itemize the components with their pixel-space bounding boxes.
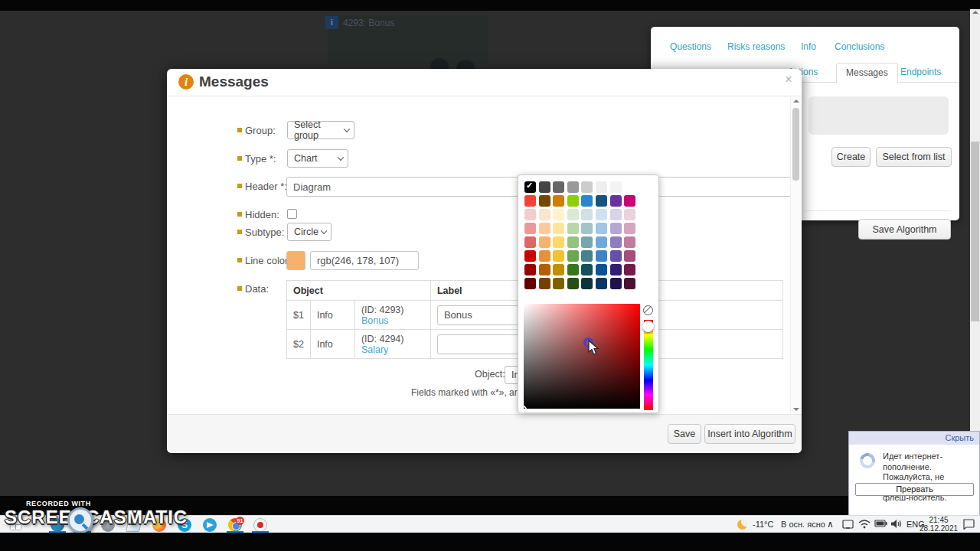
type-select[interactable]: Chart bbox=[287, 149, 348, 168]
palette-swatch[interactable] bbox=[581, 264, 593, 276]
palette-swatch[interactable] bbox=[539, 181, 550, 193]
palette-swatch[interactable] bbox=[624, 278, 635, 289]
palette-swatch[interactable] bbox=[581, 223, 593, 234]
palette-swatch[interactable] bbox=[524, 278, 536, 289]
palette-swatch[interactable] bbox=[624, 181, 635, 193]
tab-endpoints[interactable]: Endpoints bbox=[891, 63, 950, 83]
palette-swatch[interactable] bbox=[581, 181, 593, 193]
nav-link-info[interactable]: Info bbox=[801, 41, 816, 52]
palette-swatch[interactable] bbox=[610, 223, 622, 234]
palette-swatch[interactable] bbox=[624, 195, 635, 207]
palette-swatch[interactable] bbox=[539, 209, 550, 220]
palette-swatch[interactable] bbox=[581, 236, 593, 248]
insert-into-algorithm-button[interactable]: Insert into Algorithm bbox=[704, 424, 795, 444]
action-center-icon[interactable] bbox=[962, 519, 975, 530]
palette-swatch[interactable] bbox=[539, 195, 550, 207]
save-button[interactable]: Save bbox=[668, 424, 701, 444]
palette-swatch[interactable] bbox=[610, 181, 622, 193]
palette-swatch[interactable] bbox=[567, 181, 579, 193]
save-algorithm-button[interactable]: Save Algorithm bbox=[858, 219, 951, 240]
palette-swatch[interactable] bbox=[524, 250, 536, 262]
palette-swatch[interactable]: ✓ bbox=[524, 181, 536, 193]
palette-swatch[interactable] bbox=[581, 250, 593, 262]
edge-icon[interactable] bbox=[51, 518, 64, 532]
palette-swatch[interactable] bbox=[596, 181, 607, 193]
palette-swatch[interactable] bbox=[553, 264, 564, 276]
speaker-icon[interactable] bbox=[890, 519, 902, 529]
nav-link-conclusions[interactable]: Conclusions bbox=[835, 41, 884, 52]
firefox-icon[interactable] bbox=[152, 518, 166, 532]
palette-swatch[interactable] bbox=[553, 195, 564, 207]
palette-swatch[interactable] bbox=[524, 223, 536, 234]
group-select[interactable]: Select group bbox=[287, 121, 354, 139]
palette-swatch[interactable] bbox=[553, 278, 564, 289]
palette-swatch[interactable] bbox=[553, 250, 564, 262]
palette-swatch[interactable] bbox=[539, 264, 550, 276]
palette-swatch[interactable] bbox=[553, 223, 564, 234]
tab-messages[interactable]: Messages bbox=[836, 63, 898, 83]
tray-chevron-icon[interactable]: ∧ bbox=[827, 519, 834, 530]
palette-swatch[interactable] bbox=[524, 236, 536, 248]
object-link[interactable]: Salary bbox=[361, 344, 388, 355]
weather-description[interactable]: В осн. ясно bbox=[781, 520, 825, 529]
palette-swatch[interactable] bbox=[610, 195, 622, 207]
palette-swatch[interactable] bbox=[567, 236, 579, 248]
weather-temperature[interactable]: -11°C bbox=[753, 520, 773, 529]
wifi-icon[interactable] bbox=[858, 519, 871, 529]
no-color-icon[interactable] bbox=[643, 305, 653, 315]
create-button[interactable]: Create bbox=[831, 147, 871, 167]
start-button[interactable] bbox=[11, 520, 21, 530]
palette-swatch[interactable] bbox=[596, 236, 607, 248]
palette-swatch[interactable] bbox=[596, 278, 607, 289]
palette-swatch[interactable] bbox=[581, 209, 593, 220]
skype-icon[interactable]: S bbox=[178, 518, 191, 532]
palette-swatch[interactable] bbox=[539, 223, 550, 234]
palette-swatch[interactable] bbox=[567, 250, 579, 262]
palette-swatch[interactable] bbox=[624, 209, 635, 220]
palette-swatch[interactable] bbox=[524, 195, 536, 207]
clock[interactable]: 21:45 28.12.2021 bbox=[919, 517, 959, 533]
browser-scrollbar[interactable] bbox=[970, 9, 980, 432]
weather-moon-icon[interactable] bbox=[737, 520, 747, 530]
palette-swatch[interactable] bbox=[524, 264, 536, 276]
palette-swatch[interactable] bbox=[624, 250, 635, 262]
recorder-icon[interactable] bbox=[253, 518, 267, 532]
palette-swatch[interactable] bbox=[524, 209, 536, 220]
palette-swatch[interactable] bbox=[581, 195, 593, 207]
palette-swatch[interactable] bbox=[539, 236, 550, 248]
palette-swatch[interactable] bbox=[596, 195, 607, 207]
palette-swatch[interactable] bbox=[624, 264, 635, 276]
select-from-list-button[interactable]: Select from list bbox=[876, 147, 952, 167]
telegram-icon[interactable] bbox=[203, 518, 217, 532]
battery-icon[interactable] bbox=[874, 519, 887, 528]
palette-swatch[interactable] bbox=[567, 223, 579, 234]
palette-swatch[interactable] bbox=[553, 236, 564, 248]
line-color-input[interactable]: rgb(246, 178, 107) bbox=[310, 251, 419, 270]
palette-swatch[interactable] bbox=[610, 209, 622, 220]
screencast-o-matic-icon[interactable] bbox=[76, 518, 90, 532]
nav-link-risks-reasons[interactable]: Risks reasons bbox=[727, 41, 785, 52]
object-link[interactable]: Bonus bbox=[361, 315, 388, 326]
nav-link-questions[interactable]: Questions bbox=[670, 41, 711, 52]
device-icon[interactable] bbox=[842, 519, 854, 530]
palette-swatch[interactable] bbox=[596, 264, 607, 276]
palette-swatch[interactable] bbox=[567, 278, 579, 289]
palette-swatch[interactable] bbox=[581, 278, 593, 289]
palette-swatch[interactable] bbox=[596, 250, 607, 262]
palette-swatch[interactable] bbox=[624, 236, 635, 248]
scroll-up-arrow-icon[interactable] bbox=[972, 11, 978, 14]
palette-swatch[interactable] bbox=[610, 250, 622, 262]
palette-swatch[interactable] bbox=[610, 236, 622, 248]
palette-swatch[interactable] bbox=[539, 250, 550, 262]
hidden-checkbox[interactable] bbox=[287, 209, 297, 219]
palette-swatch[interactable] bbox=[610, 264, 622, 276]
abort-button[interactable]: Прервать bbox=[855, 483, 974, 496]
app-icon[interactable] bbox=[101, 518, 115, 532]
hue-handle[interactable] bbox=[642, 321, 654, 332]
palette-swatch[interactable] bbox=[596, 209, 607, 220]
palette-swatch[interactable] bbox=[567, 195, 579, 207]
hide-link[interactable]: Скрыть bbox=[945, 433, 974, 442]
hue-slider[interactable] bbox=[644, 320, 653, 410]
saturation-square[interactable] bbox=[524, 304, 640, 409]
scroll-down-arrow-icon[interactable] bbox=[793, 408, 799, 411]
